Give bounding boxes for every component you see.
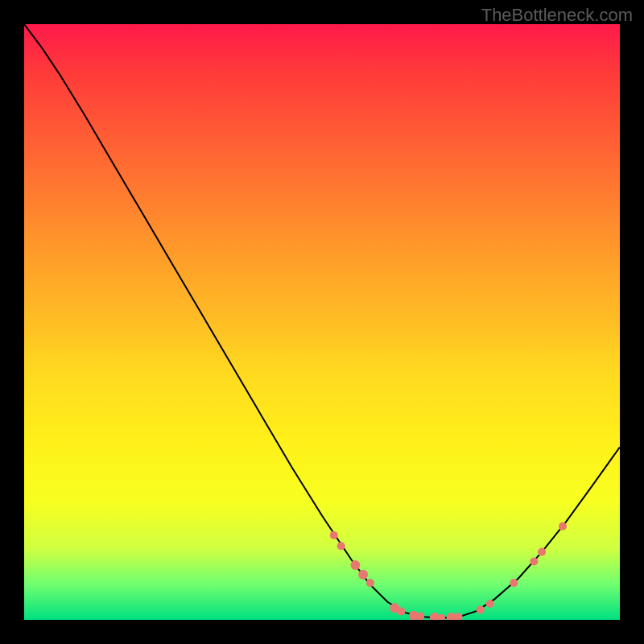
data-marker — [337, 542, 345, 550]
data-marker — [486, 600, 494, 608]
data-markers — [330, 522, 567, 620]
data-marker — [538, 548, 546, 556]
data-marker — [330, 531, 338, 539]
data-marker — [350, 560, 360, 570]
bottleneck-curve — [24, 24, 620, 618]
data-marker — [358, 570, 368, 580]
chart-plot-area — [24, 24, 620, 620]
watermark-text: TheBottleneck.com — [481, 5, 633, 26]
chart-svg — [24, 24, 620, 620]
data-marker — [397, 608, 405, 616]
data-marker — [366, 579, 374, 587]
data-marker — [455, 613, 463, 620]
data-marker — [477, 605, 485, 613]
data-marker — [530, 558, 538, 566]
data-marker — [559, 522, 567, 530]
data-marker — [510, 579, 518, 587]
